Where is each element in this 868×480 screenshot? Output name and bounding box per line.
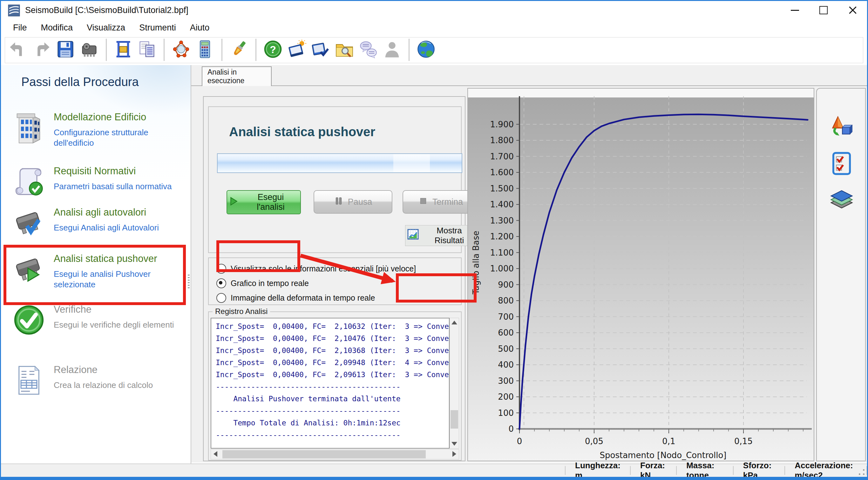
toolbar: ? bbox=[1, 35, 867, 66]
close-button[interactable] bbox=[842, 1, 863, 20]
chart-tool-button-checks[interactable] bbox=[829, 151, 854, 177]
toolbar-button-undo[interactable] bbox=[7, 38, 28, 62]
svg-text:500: 500 bbox=[498, 344, 514, 354]
toolbar-button-frame[interactable] bbox=[113, 38, 134, 62]
seismobuild-window: SeismoBuild [C:\SeismoBuild\Tutorial2.bp… bbox=[0, 0, 868, 480]
toolbar-icon bbox=[382, 40, 402, 60]
scroll-right-icon[interactable] bbox=[450, 449, 459, 458]
sidebar-item-pushover[interactable]: Analisi statica pushover Esegui le anali… bbox=[12, 252, 184, 290]
status-field: Lunghezza: m bbox=[565, 466, 630, 475]
toolbar-button-model-3d[interactable] bbox=[170, 38, 192, 62]
toolbar-button-help[interactable]: ? bbox=[262, 38, 283, 62]
sidebar-item-requisiti[interactable]: Requisiti Normativi Parametri basati sul… bbox=[12, 164, 184, 199]
scroll-up-icon[interactable] bbox=[450, 318, 459, 327]
radio-icon bbox=[216, 293, 226, 303]
svg-text:1.400: 1.400 bbox=[490, 200, 514, 209]
tab-analisi-in-esecuzione[interactable]: Analisi in esecuzione bbox=[202, 66, 272, 86]
sidebar-item-subtitle: Esegui le analisi Pushover selezionate bbox=[54, 269, 184, 290]
radio-label: Visualizza solo le informazioni essenzia… bbox=[231, 264, 416, 273]
svg-text:100: 100 bbox=[498, 408, 514, 418]
sidebar-item-relazione[interactable]: Relazione Crea la relazione di calcolo bbox=[12, 363, 184, 398]
toolbar-button-chip[interactable] bbox=[79, 38, 100, 62]
toolbar-button-folder-search[interactable] bbox=[334, 38, 355, 62]
log-vertical-scrollbar[interactable] bbox=[450, 318, 459, 449]
log-line: Incr_Spost= 0,00400, FC= 2,10476 (Iter: … bbox=[211, 332, 449, 344]
display-option-radio[interactable]: Grafico in tempo reale bbox=[216, 278, 309, 288]
svg-text:300: 300 bbox=[498, 376, 514, 386]
chart-icon bbox=[407, 229, 419, 243]
log-line: ----------------------------------------… bbox=[211, 429, 449, 441]
toolbar-button-paintbrush[interactable] bbox=[228, 38, 249, 62]
status-bar: Lunghezza: mForza: kNMassa: tonneSforzo:… bbox=[1, 464, 867, 477]
svg-text:1.000: 1.000 bbox=[490, 264, 514, 273]
log-caption: Registro Analisi bbox=[213, 307, 270, 316]
app-logo-icon bbox=[8, 4, 20, 16]
maximize-button[interactable] bbox=[813, 1, 834, 20]
display-option-radio[interactable]: Visualizza solo le informazioni essenzia… bbox=[216, 264, 416, 274]
toolbar-button-globe[interactable] bbox=[415, 38, 437, 62]
sidebar-item-subtitle: Configurazione strutturale dell'edificio bbox=[54, 127, 184, 148]
sidebar-item-title: Analisi agli autovalori bbox=[54, 207, 184, 218]
procedure-steps-sidebar: Passi della Procedura Modellazione Edifi… bbox=[1, 65, 191, 465]
chart-tool-icon bbox=[830, 115, 854, 141]
svg-text:1.500: 1.500 bbox=[490, 184, 514, 193]
sidebar-item-title: Verifiche bbox=[54, 304, 184, 315]
scroll-down-icon[interactable] bbox=[450, 439, 459, 448]
sidebar-item-modellazione[interactable]: Modellazione Edificio Configurazione str… bbox=[12, 110, 184, 148]
resize-grip[interactable] bbox=[858, 469, 865, 476]
vertical-scroll-thumb[interactable] bbox=[451, 410, 458, 428]
sidebar-item-icon bbox=[12, 164, 45, 199]
svg-text:0,05: 0,05 bbox=[585, 437, 603, 446]
svg-text:1.100: 1.100 bbox=[490, 248, 514, 258]
show-results-button[interactable]: Mostra Risultati bbox=[405, 225, 477, 246]
toolbar-button-book-check[interactable] bbox=[310, 38, 331, 62]
toolbar-icon bbox=[359, 40, 378, 60]
pause-button[interactable]: Pausa bbox=[314, 190, 392, 214]
toolbar-button-calculator[interactable] bbox=[194, 38, 215, 62]
minimize-button[interactable] bbox=[784, 1, 805, 20]
radio-icon bbox=[216, 264, 226, 274]
sidebar-item-icon bbox=[12, 303, 45, 338]
status-field: Massa: tonne bbox=[676, 466, 733, 475]
analysis-log[interactable]: Incr_Spost= 0,00400, FC= 2,10632 (Iter: … bbox=[211, 318, 450, 449]
display-option-radio[interactable]: Immagine della deformata in tempo reale bbox=[216, 293, 375, 303]
toolbar-button-report[interactable] bbox=[136, 38, 158, 62]
sidebar-item-autovalori[interactable]: Analisi agli autovalori Esegui Analisi a… bbox=[12, 205, 184, 240]
log-line: Incr_Spost= 0,00400, FC= 2,10368 (Iter: … bbox=[211, 344, 449, 356]
title-bar[interactable]: SeismoBuild [C:\SeismoBuild\Tutorial2.bp… bbox=[1, 1, 867, 20]
run-analysis-button[interactable]: Esegui l'analisi bbox=[226, 190, 301, 214]
sidebar-header: Passi della Procedura bbox=[21, 75, 139, 89]
toolbar-button-redo[interactable] bbox=[31, 38, 52, 62]
chart-tool-button-layers[interactable] bbox=[829, 187, 854, 213]
toolbar-icon bbox=[172, 40, 191, 60]
sidebar-item-verifiche[interactable]: Verifiche Esegui le verifiche degli elem… bbox=[12, 303, 184, 338]
toolbar-icon bbox=[416, 40, 436, 60]
svg-text:700: 700 bbox=[498, 312, 514, 321]
toolbar-icon bbox=[195, 40, 214, 60]
horizontal-scroll-thumb[interactable] bbox=[222, 450, 426, 458]
toolbar-separator bbox=[106, 39, 107, 61]
menu-item[interactable]: Visualizza bbox=[80, 23, 132, 33]
toolbar-button-user[interactable] bbox=[381, 38, 403, 62]
chart-tool-button-view-3d[interactable] bbox=[829, 115, 854, 141]
toolbar-icon: ? bbox=[264, 40, 282, 60]
menu-bar: FileModificaVisualizzaStrumentiAiuto bbox=[1, 20, 868, 35]
sidebar-splitter-handle[interactable] bbox=[188, 275, 190, 289]
toolbar-button-chat[interactable] bbox=[358, 38, 379, 62]
menu-item[interactable]: Strumenti bbox=[132, 23, 183, 33]
display-options-group: Visualizza solo le informazioni essenzia… bbox=[208, 258, 462, 305]
toolbar-icon bbox=[8, 40, 27, 60]
menu-item[interactable]: Aiuto bbox=[183, 23, 217, 33]
pushover-chart: 01002003004005006007008009001.0001.1001.… bbox=[467, 88, 814, 461]
svg-text:200: 200 bbox=[498, 392, 514, 402]
toolbar-button-book-sun[interactable] bbox=[286, 38, 307, 62]
menu-item[interactable]: File bbox=[6, 23, 34, 33]
scroll-left-icon[interactable] bbox=[211, 449, 220, 458]
toolbar-button-save[interactable] bbox=[55, 38, 76, 62]
sidebar-item-title: Analisi statica pushover bbox=[54, 253, 184, 265]
sidebar-item-subtitle: Parametri basati sulla normativa bbox=[54, 181, 184, 192]
menu-item[interactable]: Modifica bbox=[34, 23, 80, 33]
svg-text:0,15: 0,15 bbox=[734, 437, 753, 446]
svg-text:1.600: 1.600 bbox=[490, 168, 514, 177]
log-horizontal-scrollbar[interactable] bbox=[211, 449, 459, 459]
